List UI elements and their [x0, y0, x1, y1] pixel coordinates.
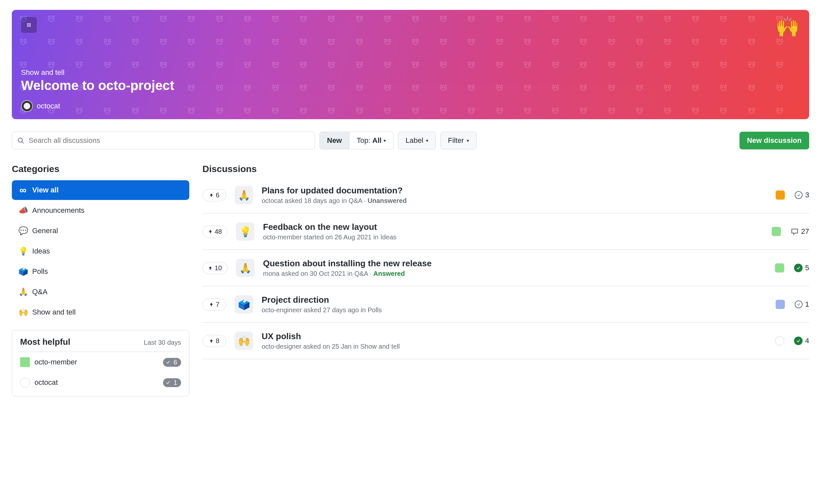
svg-point-156 [638, 64, 639, 65]
new-discussion-button[interactable]: New discussion [740, 132, 809, 149]
upvote-count: 10 [215, 264, 222, 272]
grip-icon [26, 22, 32, 28]
svg-point-165 [752, 64, 753, 65]
svg-point-74 [274, 41, 275, 42]
helpful-user-row[interactable]: octocat1 [20, 372, 181, 393]
participant-avatar[interactable] [776, 300, 785, 309]
hero-title[interactable]: Welcome to octo-project [21, 78, 800, 93]
drag-handle[interactable] [21, 17, 37, 33]
discussion-meta: octocat asked 18 days ago in Q&A · Unans… [262, 197, 767, 205]
upvote-button[interactable]: 48 [202, 226, 228, 238]
discussion-row: 8🙌UX polishocto-designer asked on 25 Jan… [202, 323, 809, 359]
check-circle-icon [795, 191, 803, 199]
hero-category-emoji: 🙌 [775, 17, 800, 37]
answer-count-pill: 1 [163, 378, 181, 387]
category-item[interactable]: 📣Announcements [12, 201, 189, 220]
svg-point-137 [360, 64, 361, 65]
svg-point-124 [189, 64, 190, 65]
most-helpful-card: Most helpful Last 30 days octo-member6oc… [12, 330, 189, 396]
category-label: General [32, 227, 58, 235]
discussion-title[interactable]: UX polish [262, 331, 766, 341]
reply-count[interactable]: 5 [794, 264, 809, 272]
svg-point-59 [52, 41, 53, 42]
svg-point-127 [220, 64, 221, 65]
participant-avatar[interactable] [775, 263, 784, 273]
discussion-title[interactable]: Feedback on the new layout [263, 222, 763, 232]
category-emoji: 📣 [18, 206, 28, 215]
discussion-meta: octo-designer asked on 25 Jan in Show an… [262, 343, 766, 350]
upvote-button[interactable]: 6 [202, 189, 226, 201]
discussion-title[interactable]: Plans for updated documentation? [262, 186, 767, 196]
category-item[interactable]: 🙏Q&A [12, 282, 189, 302]
upvote-count: 6 [216, 191, 219, 199]
svg-point-86 [442, 41, 443, 42]
participant-avatar[interactable] [776, 190, 785, 200]
category-emoji: 🙌 [18, 308, 28, 317]
svg-point-94 [554, 41, 555, 42]
reply-count[interactable]: 1 [795, 300, 809, 309]
svg-point-83 [388, 41, 389, 42]
search-box[interactable] [12, 132, 315, 149]
svg-point-133 [304, 64, 305, 65]
participant-avatar[interactable] [775, 336, 784, 345]
svg-point-107 [724, 41, 725, 42]
hero-author[interactable]: octocat [21, 100, 800, 112]
discussion-title[interactable]: Question about installing the new releas… [263, 258, 766, 269]
arrow-up-icon [209, 193, 214, 197]
svg-point-280 [27, 23, 28, 24]
category-item[interactable]: 💡Ideas [12, 241, 189, 261]
check-circle-icon [795, 300, 803, 308]
svg-point-132 [302, 64, 303, 65]
comment-count[interactable]: 27 [791, 227, 809, 236]
svg-point-91 [500, 41, 501, 42]
discussion-row: 48💡Feedback on the new layoutocto-member… [202, 213, 809, 250]
svg-point-60 [78, 41, 78, 42]
svg-point-136 [358, 64, 359, 65]
svg-point-85 [416, 41, 417, 42]
category-label: Show and tell [32, 308, 76, 317]
svg-point-101 [640, 41, 641, 42]
svg-point-163 [724, 64, 725, 65]
svg-point-93 [528, 41, 529, 42]
participant-avatar[interactable] [772, 227, 781, 236]
svg-point-114 [50, 64, 51, 65]
arrow-up-icon [209, 339, 214, 343]
svg-point-167 [780, 64, 781, 65]
svg-point-125 [192, 64, 193, 65]
category-item[interactable]: 🙌Show and tell [12, 302, 189, 322]
reply-count[interactable]: 4 [794, 337, 809, 345]
sort-new-button[interactable]: New [320, 132, 349, 149]
svg-point-104 [694, 41, 695, 42]
category-item[interactable]: ∞View all [12, 180, 189, 200]
discussions-toolbar: New Top: All ▾ Label ▾ Filter ▾ New disc… [12, 132, 809, 149]
svg-point-90 [498, 41, 499, 42]
upvote-button[interactable]: 10 [202, 262, 228, 274]
helpful-user-row[interactable]: octo-member6 [20, 352, 181, 372]
label-filter-button[interactable]: Label ▾ [398, 132, 436, 149]
comment-icon [791, 228, 799, 235]
sort-top-button[interactable]: Top: All ▾ [349, 132, 393, 149]
svg-point-131 [276, 64, 277, 65]
svg-point-140 [414, 64, 415, 65]
reply-count[interactable]: 3 [795, 191, 809, 199]
category-emoji: 🗳️ [18, 267, 28, 276]
svg-point-88 [470, 41, 471, 42]
hero-category: Show and tell [21, 68, 800, 77]
svg-point-77 [304, 41, 305, 42]
search-input[interactable] [29, 136, 309, 145]
discussion-row: 7🗳️Project directionocto-engineer asked … [202, 286, 809, 323]
category-item[interactable]: 💬General [12, 221, 189, 241]
upvote-button[interactable]: 7 [202, 298, 226, 311]
svg-point-92 [526, 41, 527, 42]
svg-point-162 [722, 64, 723, 65]
svg-point-145 [472, 64, 473, 65]
svg-point-73 [248, 41, 249, 42]
category-item[interactable]: 🗳️Polls [12, 262, 189, 281]
svg-point-144 [470, 64, 471, 65]
discussion-title[interactable]: Project direction [262, 295, 767, 305]
svg-point-84 [414, 41, 415, 42]
svg-point-95 [556, 41, 557, 42]
upvote-button[interactable]: 8 [202, 335, 226, 347]
discussion-category-icon: 🗳️ [235, 295, 253, 314]
filter-button[interactable]: Filter ▾ [440, 132, 477, 149]
